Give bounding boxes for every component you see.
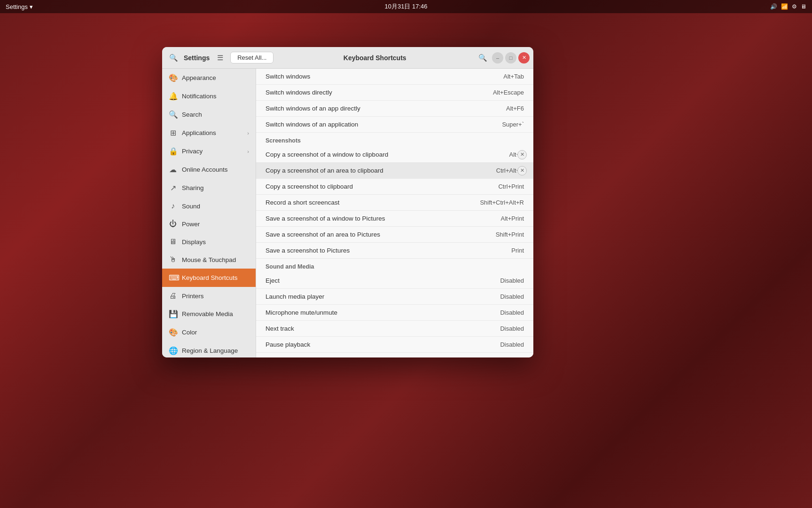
shortcut-row[interactable]: Copy a screenshot of an area to clipboar…	[256, 163, 533, 179]
sidebar-item-sharing[interactable]: ↗Sharing	[162, 179, 256, 197]
sidebar-label-region-language: Region & Language	[182, 347, 249, 354]
shortcut-clear-button[interactable]: ✕	[517, 166, 527, 175]
window-title: Keyboard Shortcuts	[344, 54, 406, 62]
shortcut-row[interactable]: Switch windows of an app directlyAlt+F6	[256, 101, 533, 117]
shortcut-name: Pause playback	[265, 341, 500, 348]
taskbar-icon-sound: 🔊	[770, 3, 777, 10]
shortcut-row[interactable]: EjectDisabled	[256, 273, 533, 289]
taskbar-icon-network: 📶	[781, 3, 788, 10]
sidebar-icon-search: 🔍	[169, 110, 177, 119]
reset-all-button[interactable]: Reset All...	[230, 52, 273, 64]
shortcut-row[interactable]: Save a screenshot to PicturesPrint	[256, 243, 533, 259]
sidebar-icon-power: ⏻	[169, 220, 177, 228]
sidebar-label-sharing: Sharing	[182, 184, 249, 191]
shortcut-row[interactable]: Save a screenshot of an area to Pictures…	[256, 227, 533, 243]
shortcut-name: Record a short screencast	[265, 199, 480, 206]
shortcut-row[interactable]: Pause playbackDisabled	[256, 337, 533, 353]
sidebar-item-mouse-touchpad[interactable]: 🖱Mouse & Touchpad	[162, 251, 256, 269]
sidebar-item-printers[interactable]: 🖨Printers	[162, 287, 256, 305]
sidebar-label-color: Color	[182, 329, 249, 336]
sidebar-item-notifications[interactable]: 🔔Notifications	[162, 87, 256, 105]
taskbar-right: 🔊 📶 ⚙ 🖥	[770, 3, 806, 10]
taskbar-app-arrow: ▾	[30, 3, 33, 10]
sidebar-arrow-privacy: ›	[247, 149, 249, 154]
sidebar-item-appearance[interactable]: 🎨Appearance	[162, 69, 256, 87]
screenshots-section-header: Screenshots	[256, 133, 533, 147]
shortcut-name: Switch windows of an application	[265, 121, 502, 128]
sidebar-item-search[interactable]: 🔍Search	[162, 105, 256, 124]
shortcut-name: Copy a screenshot of a window to clipboa…	[265, 151, 509, 158]
sidebar-icon-mouse-touchpad: 🖱	[169, 255, 177, 264]
close-button[interactable]: ✕	[518, 52, 530, 64]
shortcut-row[interactable]: Microphone mute/unmuteDisabled	[256, 305, 533, 321]
header-search-right-button[interactable]: 🔍	[476, 51, 489, 64]
sidebar-icon-displays: 🖥	[169, 238, 177, 246]
shortcut-key: Disabled	[500, 341, 524, 348]
window-controls: – □ ✕	[492, 52, 530, 64]
minimize-button[interactable]: –	[492, 52, 503, 64]
shortcut-name: Copy a screenshot of an area to clipboar…	[265, 167, 496, 174]
shortcut-name: Microphone mute/unmute	[265, 309, 500, 316]
sidebar-label-appearance: Appearance	[182, 74, 249, 81]
shortcut-name: Save a screenshot to Pictures	[265, 247, 511, 254]
sidebar-icon-sharing: ↗	[169, 183, 177, 192]
sidebar-item-color[interactable]: 🎨Color	[162, 323, 256, 341]
header-settings-label: Settings	[184, 54, 210, 62]
shortcut-key: Disabled	[500, 277, 524, 284]
shortcut-row[interactable]: Switch windowsAlt+Tab	[256, 69, 533, 85]
shortcut-row[interactable]: Play (or play/pause)Disabled	[256, 353, 533, 357]
shortcut-key: Alt+Tab	[503, 73, 524, 80]
sidebar-item-privacy[interactable]: 🔒Privacy›	[162, 142, 256, 160]
taskbar-datetime: 10月31日 17:46	[384, 2, 427, 11]
sidebar-label-displays: Displays	[182, 238, 249, 246]
sidebar-label-power: Power	[182, 221, 249, 228]
maximize-button[interactable]: □	[505, 52, 516, 64]
sidebar-label-online-accounts: Online Accounts	[182, 166, 249, 173]
shortcuts-list: Switch windowsAlt+TabSwitch windows dire…	[256, 69, 533, 357]
shortcut-row[interactable]: Switch windows directlyAlt+Escape	[256, 85, 533, 101]
taskbar-app-name: Settings	[6, 3, 28, 10]
shortcut-key: Super+`	[502, 121, 524, 128]
header-search-button[interactable]: 🔍	[166, 50, 181, 65]
sidebar-icon-applications: ⊞	[169, 128, 177, 137]
sidebar-item-removable-media[interactable]: 💾Removable Media	[162, 305, 256, 323]
sidebar-label-notifications: Notifications	[182, 93, 249, 100]
shortcut-row[interactable]: Launch media playerDisabled	[256, 289, 533, 305]
sidebar-icon-sound: ♪	[169, 202, 177, 210]
taskbar-icon-settings: ⚙	[792, 3, 797, 10]
shortcut-row[interactable]: Save a screenshot of a window to Picture…	[256, 211, 533, 227]
shortcut-row[interactable]: Copy a screenshot of a window to clipboa…	[256, 147, 533, 163]
sidebar-icon-removable-media: 💾	[169, 310, 177, 318]
sidebar-icon-keyboard-shortcuts: ⌨	[169, 273, 177, 282]
shortcut-name: Switch windows of an app directly	[265, 105, 506, 112]
shortcut-row[interactable]: Next trackDisabled	[256, 321, 533, 337]
sidebar-label-printers: Printers	[182, 293, 249, 300]
shortcut-key: Alt+F6	[506, 105, 524, 112]
shortcut-key: Alt+Print	[501, 215, 524, 222]
sidebar-item-keyboard-shortcuts[interactable]: ⌨Keyboard Shortcuts	[162, 269, 256, 287]
shortcut-row[interactable]: Record a short screencastShift+Ctrl+Alt+…	[256, 195, 533, 211]
shortcut-name: Next track	[265, 325, 500, 332]
taskbar: Settings ▾ 10月31日 17:46 🔊 📶 ⚙ 🖥	[0, 0, 812, 13]
header-menu-button[interactable]: ☰	[212, 50, 227, 65]
sidebar-icon-appearance: 🎨	[169, 73, 177, 82]
sidebar-item-sound[interactable]: ♪Sound	[162, 197, 256, 215]
shortcut-key: Alt+Escape	[493, 89, 524, 96]
sidebar-item-region-language[interactable]: 🌐Region & Language	[162, 341, 256, 357]
sidebar-label-search: Search	[182, 111, 249, 118]
taskbar-app[interactable]: Settings ▾	[6, 3, 33, 10]
shortcut-key: Disabled	[500, 293, 524, 300]
window-title-section: Keyboard Shortcuts	[276, 54, 473, 62]
shortcut-clear-button[interactable]: ✕	[517, 150, 527, 159]
sidebar-label-privacy: Privacy	[182, 148, 242, 155]
main-content: Switch windowsAlt+TabSwitch windows dire…	[256, 69, 533, 357]
shortcut-name: Save a screenshot of an area to Pictures	[265, 231, 496, 238]
sidebar-item-applications[interactable]: ⊞Applications›	[162, 124, 256, 142]
sidebar-item-online-accounts[interactable]: ☁Online Accounts	[162, 160, 256, 179]
shortcut-row[interactable]: Switch windows of an applicationSuper+`	[256, 117, 533, 133]
shortcut-name: Play (or play/pause)	[265, 357, 500, 357]
shortcut-row[interactable]: Copy a screenshot to clipboardCtrl+Print	[256, 179, 533, 195]
sidebar-item-displays[interactable]: 🖥Displays	[162, 233, 256, 251]
sidebar-label-keyboard-shortcuts: Keyboard Shortcuts	[182, 274, 249, 281]
sidebar-item-power[interactable]: ⏻Power	[162, 215, 256, 233]
